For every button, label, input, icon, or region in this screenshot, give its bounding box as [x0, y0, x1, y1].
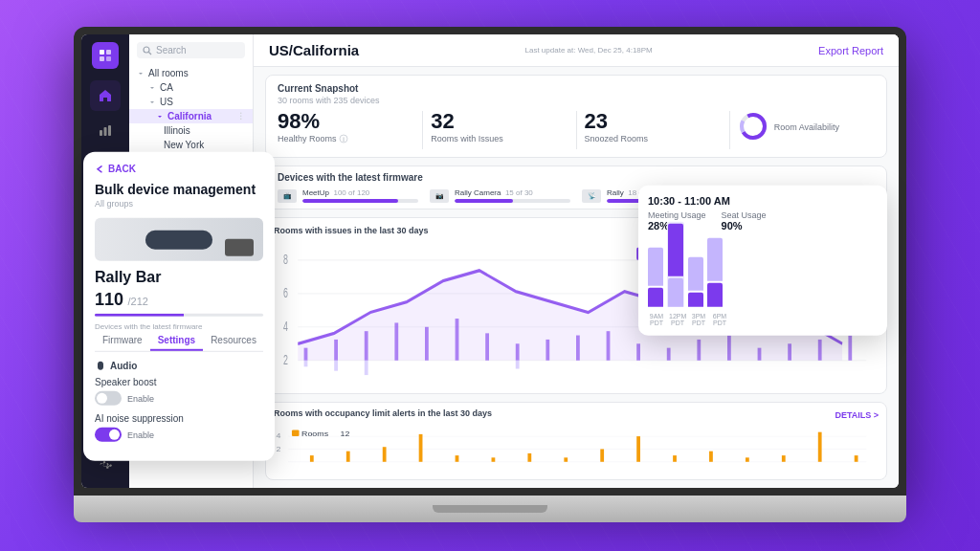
snoozed-rooms-value: 23 — [585, 111, 722, 132]
svg-rect-42 — [607, 331, 611, 361]
export-report-button[interactable]: Export Report — [818, 45, 883, 56]
svg-text:4: 4 — [283, 319, 288, 335]
nav-item-newyork[interactable]: New York — [129, 138, 253, 152]
speaker-boost-enable-label: Enable — [127, 393, 154, 403]
nav-search[interactable]: Search — [137, 42, 245, 58]
search-label: Search — [156, 45, 187, 55]
rallycamera-bar-bg — [455, 199, 570, 203]
page-title: US/California — [269, 42, 359, 58]
svg-rect-74 — [292, 430, 300, 436]
bar-group-3 — [688, 257, 703, 307]
meetup-icon: 📺 — [278, 189, 297, 203]
rallycamera-bar-container: Rally Camera 15 of 30 — [455, 188, 570, 203]
speaker-boost-toggle[interactable] — [95, 391, 122, 406]
svg-rect-60 — [383, 447, 387, 462]
time-label-3: 3PM PDT — [690, 313, 707, 326]
svg-rect-3 — [106, 56, 111, 61]
svg-rect-50 — [848, 336, 852, 361]
ai-noise-thumb — [109, 430, 120, 440]
laptop-base — [74, 496, 906, 522]
details-button[interactable]: DETAILS > — [835, 410, 879, 420]
snapshot-section: Current Snapshot 30 rooms with 235 devic… — [265, 75, 887, 158]
time-label-1: 9AM PDT — [648, 313, 665, 326]
panel-title: Bulk device management — [95, 182, 263, 197]
nav-item-california[interactable]: California ⋮ — [129, 109, 253, 123]
svg-rect-48 — [788, 343, 791, 360]
svg-rect-63 — [492, 457, 496, 461]
svg-rect-28 — [304, 348, 308, 361]
svg-rect-65 — [564, 457, 568, 461]
snapshot-room-availability: Room Availability — [738, 111, 875, 142]
nav-item-allrooms[interactable]: All rooms — [129, 66, 253, 80]
svg-rect-34 — [394, 322, 398, 360]
device-status: Devices with the latest firmware — [95, 322, 263, 331]
device-total: /212 — [128, 296, 148, 307]
svg-rect-71 — [782, 455, 786, 462]
svg-line-13 — [149, 52, 152, 55]
meetup-bar-bg — [302, 199, 418, 203]
bulk-device-panel: BACK Bulk device management All groups R… — [83, 152, 275, 461]
device-camera — [225, 239, 254, 256]
nav-item-us[interactable]: US — [129, 95, 253, 109]
tooltip-time-labels: 9AM PDT 12PM PDT 3PM PDT 6PM PDT — [648, 313, 878, 326]
svg-rect-59 — [346, 452, 350, 462]
device-progress-bar — [95, 314, 263, 317]
seat-usage-value: 90% — [722, 220, 767, 231]
svg-rect-0 — [100, 50, 104, 55]
panel-back-button[interactable]: BACK — [95, 164, 263, 174]
device-count: 110 — [95, 290, 123, 309]
svg-rect-35 — [425, 327, 429, 361]
bar-1-light — [648, 248, 663, 286]
svg-rect-58 — [310, 455, 314, 462]
speaker-boost-toggle-row: Enable — [95, 391, 263, 406]
main-header: US/California Last update at: Wed, Dec 2… — [254, 34, 899, 67]
tab-firmware[interactable]: Firmware — [95, 331, 150, 351]
svg-rect-2 — [100, 56, 104, 61]
laptop-frame: Search All rooms CA US — [74, 27, 906, 524]
tooltip-card: 10:30 - 11:00 AM Meeting Usage 28% Seat … — [638, 186, 887, 336]
ai-noise-toggle[interactable] — [95, 428, 122, 442]
meetup-bar-container: MeetUp 100 of 120 — [302, 188, 418, 203]
occupancy-section: Rooms with occupancy limit alerts in the… — [265, 402, 887, 480]
tooltip-stat-seat: Seat Usage 90% — [722, 210, 767, 231]
nav-item-illinois[interactable]: Illinois — [129, 123, 253, 138]
rallycamera-icon: 📷 — [430, 189, 449, 203]
svg-text:12: 12 — [341, 430, 350, 438]
svg-rect-33 — [365, 361, 368, 375]
bar-3-dark — [688, 293, 703, 307]
meeting-usage-label: Meeting Usage — [648, 210, 706, 220]
ai-noise-toggle-row: Enable — [95, 428, 263, 442]
panel-tabs: Firmware Settings Resources — [95, 331, 263, 352]
donut-chart — [738, 111, 768, 142]
bar-3-light — [688, 257, 703, 291]
firmware-item-rallycamera: 📷 Rally Camera 15 of 30 — [430, 188, 570, 203]
sidebar-icon-home[interactable] — [90, 80, 121, 111]
svg-rect-40 — [546, 340, 549, 361]
svg-rect-4 — [100, 130, 102, 136]
rallycamera-label: Rally Camera 15 of 30 — [455, 188, 570, 197]
speaker-boost-setting: Speaker boost Enable — [95, 377, 263, 406]
snapshot-label: Current Snapshot — [278, 83, 875, 94]
svg-text:2: 2 — [277, 444, 281, 452]
bar-2-dark — [668, 224, 683, 276]
svg-text:2: 2 — [283, 352, 288, 368]
last-update: Last update at: Wed, Dec 25, 4:18PM — [525, 46, 653, 55]
snapshot-sublabel: 30 rooms with 235 devices — [278, 96, 875, 105]
svg-rect-68 — [673, 455, 677, 462]
snapshot-divider-1 — [422, 111, 423, 149]
healthy-rooms-value: 98% — [278, 111, 414, 132]
sidebar-icon-chart[interactable] — [90, 115, 121, 145]
tab-resources[interactable]: Resources — [203, 331, 264, 351]
snapshot-snoozed-rooms: 23 Snoozed Rooms — [585, 111, 722, 143]
rally-bar-fill — [607, 199, 641, 203]
settings-group-audio: Audio — [95, 360, 263, 371]
tab-settings[interactable]: Settings — [150, 331, 203, 351]
nav-item-ca[interactable]: CA — [129, 80, 253, 95]
seat-usage-label: Seat Usage — [722, 210, 767, 220]
svg-rect-44 — [667, 348, 671, 361]
svg-rect-6 — [108, 125, 111, 136]
svg-rect-1 — [106, 50, 111, 55]
svg-rect-45 — [697, 340, 701, 361]
rooms-issues-desc: Rooms with Issues — [431, 134, 568, 143]
svg-text:6: 6 — [283, 285, 288, 301]
